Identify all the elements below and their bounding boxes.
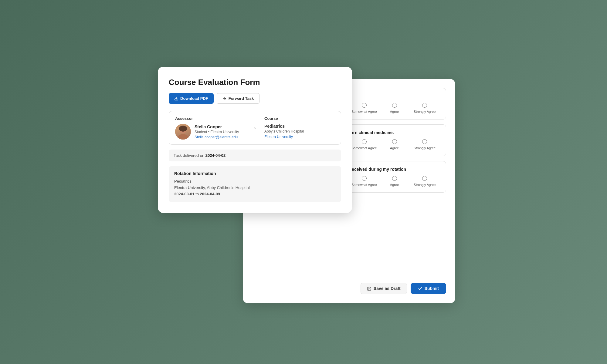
assessor-info: Stella Cooper Student • Elentra Universi… xyxy=(195,124,239,139)
rotation-start: 2024-03-01 xyxy=(174,192,195,196)
assessor-email: Stella.cooper@elentra.edu xyxy=(195,135,239,139)
q2-somewhat-agree-radio[interactable] xyxy=(362,139,367,144)
rotation-title: Rotation Information xyxy=(174,171,336,176)
rotation-detail: Pediatrics Elentra University, Abby Chil… xyxy=(174,178,336,197)
task-delivered-bar: Task delivered on 2024-04-02 xyxy=(169,150,341,161)
task-delivered-date: 2024-04-02 xyxy=(205,153,226,158)
save-draft-button[interactable]: Save as Draft xyxy=(361,283,407,294)
q1-somewhat-agree-radio[interactable] xyxy=(362,103,367,108)
download-pdf-button[interactable]: Download PDF xyxy=(169,93,214,104)
toolbar: Download PDF Forward Task xyxy=(169,93,341,104)
q2-strongly-agree[interactable]: Strongly Agree xyxy=(409,139,440,150)
assessor-name: Stella Cooper xyxy=(195,124,239,129)
course-label: Course xyxy=(264,116,335,121)
q3-strongly-agree[interactable]: Strongly Agree xyxy=(409,176,440,187)
q3-agree[interactable]: Agree xyxy=(379,176,410,187)
forward-icon xyxy=(222,96,227,101)
info-grid: Assessor Stella Cooper xyxy=(169,111,341,145)
svg-point-3 xyxy=(178,134,188,140)
q1-agree-radio[interactable] xyxy=(392,103,397,108)
rotation-dates: 2024-03-01 to 2024-04-09 xyxy=(174,191,336,197)
assessor-row: Stella Cooper Student • Elentra Universi… xyxy=(175,124,246,140)
course-name: Pediatrics xyxy=(264,124,335,129)
q3-somewhat-agree-radio[interactable] xyxy=(362,176,367,181)
q3-strongly-agree-radio[interactable] xyxy=(422,176,427,181)
q3-somewhat-agree[interactable]: Somewhat Agree xyxy=(349,176,379,187)
forward-task-button[interactable]: Forward Task xyxy=(217,93,260,104)
arrow-separator: › xyxy=(252,111,258,145)
q1-somewhat-agree[interactable]: Somewhat Agree xyxy=(349,103,379,114)
rotation-box: Rotation Information Pediatrics Elentra … xyxy=(169,166,341,202)
check-icon xyxy=(418,286,422,291)
assessor-role: Student • Elentra University xyxy=(195,130,239,134)
course-box: Course Pediatrics Abby's Children Hospit… xyxy=(258,111,341,145)
q2-strongly-agree-radio[interactable] xyxy=(422,139,427,144)
assessor-label: Assessor xyxy=(175,116,246,121)
q2-somewhat-agree[interactable]: Somewhat Agree xyxy=(349,139,379,150)
course-hospital: Abby's Children Hospital xyxy=(264,129,335,133)
rotation-specialty: Pediatrics xyxy=(174,178,336,185)
q1-agree[interactable]: Agree xyxy=(379,103,410,114)
course-university-link: Elentra University xyxy=(264,135,335,139)
q2-agree-radio[interactable] xyxy=(392,139,397,144)
save-icon xyxy=(367,286,371,291)
rotation-end: 2024-04-09 xyxy=(200,192,220,196)
assessor-box: Assessor Stella Cooper xyxy=(169,111,252,145)
submit-button[interactable]: Submit xyxy=(411,283,446,294)
info-panel: Course Evaluation Form Download PDF Forw… xyxy=(158,67,352,213)
rotation-location: Elentra University, Abby Children's Hosp… xyxy=(174,185,336,191)
q3-agree-radio[interactable] xyxy=(392,176,397,181)
download-icon xyxy=(174,96,178,101)
q2-agree[interactable]: Agree xyxy=(379,139,410,150)
q1-strongly-agree[interactable]: Strongly Agree xyxy=(409,103,440,114)
action-bar: Save as Draft Submit xyxy=(252,280,446,294)
avatar-image xyxy=(175,124,191,140)
q1-strongly-agree-radio[interactable] xyxy=(422,103,427,108)
svg-point-5 xyxy=(179,126,187,132)
page-title: Course Evaluation Form xyxy=(169,78,341,87)
page-container: *The clerkship was well organized overal… xyxy=(158,67,449,297)
avatar xyxy=(175,124,191,140)
